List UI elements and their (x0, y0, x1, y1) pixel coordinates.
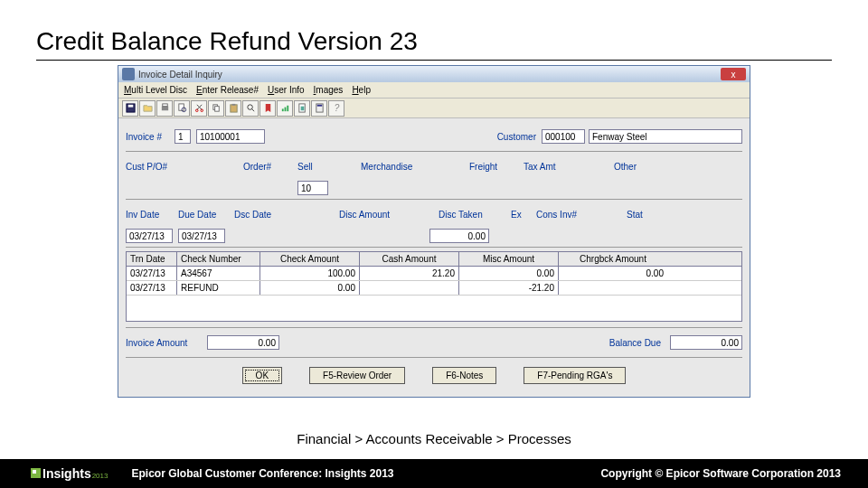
toolbar: ? (118, 99, 750, 118)
logo-text: Insights (42, 466, 91, 481)
invdate-label: Inv Date (126, 210, 178, 220)
table-row[interactable]: 03/27/13 REFUND 0.00 -21.20 (127, 281, 741, 296)
review-order-button[interactable]: F5-Review Order (309, 367, 405, 384)
sell-field[interactable]: 10 (297, 181, 328, 195)
divider (126, 327, 742, 328)
custpo-label: Cust P/O# (126, 162, 198, 172)
col-checkamt: Check Amount (260, 252, 360, 266)
logo-icon (31, 468, 41, 478)
cell-chk: A34567 (177, 267, 260, 280)
app-window: Invoice Detail Inquiry x Multi Level Dis… (118, 65, 750, 398)
button-bar: OK F5-Review Order F6-Notes F7-Pending R… (126, 360, 742, 388)
title-underline (36, 60, 832, 61)
chart-icon[interactable] (277, 100, 293, 117)
svg-rect-11 (231, 104, 235, 106)
cell-cash: 21.20 (360, 267, 459, 280)
slide-title: Credit Balance Refund Version 23 (36, 27, 418, 56)
divider (126, 151, 742, 152)
customer-name-field[interactable]: Fenway Steel (589, 129, 742, 144)
save-icon[interactable] (122, 100, 138, 117)
merch-label: Merchandise (361, 162, 442, 172)
menu-userinfo[interactable]: User Info (268, 85, 305, 95)
app-icon (122, 68, 135, 80)
customer-id-field[interactable]: 000100 (542, 129, 585, 144)
cell-misc: 0.00 (459, 267, 559, 280)
menu-enterrelease[interactable]: Enter Release# (196, 85, 259, 95)
cut-icon[interactable] (191, 100, 207, 117)
open-icon[interactable] (139, 100, 156, 117)
divider (126, 357, 742, 358)
menu-images[interactable]: Images (314, 85, 344, 95)
svg-rect-4 (178, 104, 184, 110)
table-body: 03/27/13 A34567 100.00 21.20 0.00 0.00 0… (127, 267, 741, 321)
menubar: Multi Level Disc Enter Release# User Inf… (118, 82, 750, 99)
pending-rgas-button[interactable]: F7-Pending RGA's (524, 367, 626, 384)
cell-cb: 0.00 (559, 267, 667, 280)
report-icon[interactable] (294, 100, 310, 117)
disctaken-field[interactable]: 0.00 (429, 229, 489, 243)
svg-point-7 (200, 109, 203, 112)
ok-button[interactable]: OK (242, 367, 282, 384)
sell-label: Sell (297, 162, 343, 172)
other-label: Other (614, 162, 659, 172)
notes-button[interactable]: F6-Notes (432, 367, 496, 384)
consinv-label: Cons Inv# (536, 210, 599, 220)
divider (126, 199, 742, 200)
col-chrgbck: Chrgbck Amount (559, 252, 667, 266)
duedate-label: Due Date (178, 210, 234, 220)
form-body: Invoice # 1 10100001 Customer 000100 Fen… (118, 118, 750, 397)
invdate-field[interactable]: 03/27/13 (126, 229, 173, 243)
svg-rect-3 (162, 104, 167, 107)
svg-rect-20 (316, 105, 322, 107)
invoice-field[interactable]: 10100001 (196, 129, 265, 144)
logo: Insights 2013 (31, 466, 108, 481)
svg-rect-14 (281, 108, 283, 111)
stat-label: Stat (627, 210, 663, 220)
svg-rect-10 (230, 105, 236, 112)
cell-chkamt: 100.00 (260, 267, 360, 280)
svg-rect-2 (161, 107, 167, 111)
baldue-field: 0.00 (670, 335, 742, 350)
svg-rect-15 (284, 108, 286, 112)
col-checknum: Check Number (177, 252, 260, 266)
search-icon[interactable] (242, 100, 259, 117)
invoice-label: Invoice # (126, 132, 175, 142)
customer-label: Customer (497, 132, 536, 142)
baldue-label: Balance Due (609, 338, 661, 348)
svg-rect-16 (287, 106, 288, 111)
cell-cash (360, 281, 459, 295)
freight-label: Freight (469, 162, 524, 172)
tax-label: Tax Amt (524, 162, 578, 172)
close-button[interactable]: x (721, 68, 746, 80)
menu-help[interactable]: Help (352, 85, 371, 95)
bookmark-icon[interactable] (259, 100, 276, 117)
divider (126, 247, 742, 248)
paste-icon[interactable] (225, 100, 241, 117)
invamt-field: 0.00 (207, 335, 279, 350)
cell-date: 03/27/13 (127, 267, 177, 280)
col-cashamt: Cash Amount (360, 252, 459, 266)
invoice-seq-field[interactable]: 1 (175, 129, 191, 144)
col-miscamt: Misc Amount (459, 252, 559, 266)
help-icon[interactable]: ? (328, 100, 344, 117)
window-title: Invoice Detail Inquiry (138, 70, 222, 80)
table-row[interactable]: 03/27/13 A34567 100.00 21.20 0.00 0.00 (127, 267, 741, 281)
footer: Insights 2013 Epicor Global Customer Con… (0, 459, 868, 488)
copy-icon[interactable] (208, 100, 224, 117)
svg-text:?: ? (334, 103, 339, 113)
table-header: Trn Date Check Number Check Amount Cash … (127, 252, 741, 267)
svg-line-13 (251, 108, 254, 111)
dscdate-label: Dsc Date (234, 210, 294, 220)
transactions-table: Trn Date Check Number Check Amount Cash … (126, 251, 742, 322)
printpreview-icon[interactable] (174, 100, 190, 117)
cell-misc: -21.20 (459, 281, 559, 295)
calc-icon[interactable] (311, 100, 327, 117)
cell-chkamt: 0.00 (260, 281, 360, 295)
cell-chk: REFUND (177, 281, 260, 295)
ex-label: Ex (511, 210, 536, 220)
duedate-field[interactable]: 03/27/13 (178, 229, 225, 243)
cell-cb (559, 281, 667, 295)
print-icon[interactable] (156, 100, 173, 117)
svg-rect-9 (214, 107, 219, 112)
menu-multilevel[interactable]: Multi Level Disc (124, 85, 187, 95)
